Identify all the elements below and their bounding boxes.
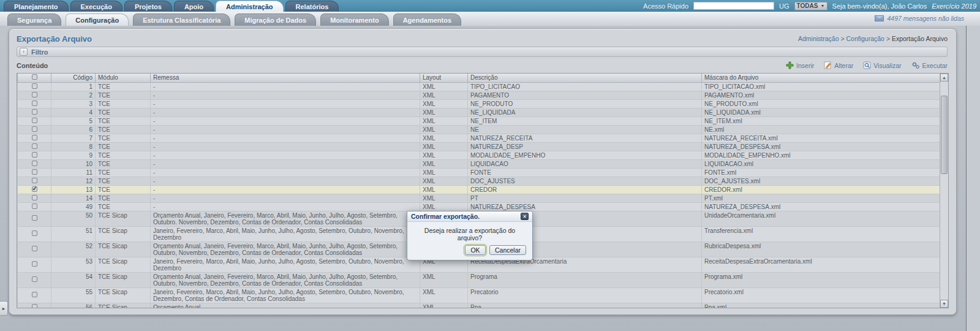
table-row[interactable]: 55TCE SicapJaneiro, Fevereiro, Marco, Ab…: [18, 287, 941, 303]
scrollbar-thumb[interactable]: [941, 96, 948, 174]
row-checkbox[interactable]: [32, 261, 37, 267]
tab-configuracao[interactable]: Configuração: [66, 13, 129, 26]
table-body: 1TCE-XMLTIPO_LICITACAOTIPO_LICITACAO.xml…: [18, 82, 941, 308]
close-icon[interactable]: ✕: [521, 213, 529, 220]
menu-tab-administracao[interactable]: Administração: [216, 1, 283, 12]
unread-messages[interactable]: 4497 mensagens não lidas: [875, 15, 964, 22]
tab-agendamentos[interactable]: Agendamentos: [393, 13, 461, 26]
quick-access-label: Acesso Rápido: [643, 2, 688, 10]
table-row[interactable]: 11TCE-XMLFONTEFONTE.xml: [18, 168, 941, 177]
tab-estrutura-classificatoria[interactable]: Estrutura Classificatória: [133, 13, 230, 26]
top-menu-bar: PlanejamentoExecuçãoProjetosApoioAdminis…: [0, 0, 980, 12]
scroll-up-icon[interactable]: ▲: [940, 74, 948, 82]
row-checkbox[interactable]: [32, 186, 37, 192]
cell-layout: XML: [420, 194, 468, 202]
select-all-checkbox[interactable]: [32, 74, 37, 80]
insert-button[interactable]: Inserir: [786, 61, 814, 69]
row-checkbox[interactable]: [32, 230, 37, 236]
menu-tab-projetos[interactable]: Projetos: [124, 1, 172, 12]
cell-mascara: LIQUIDACAO.xml: [702, 159, 941, 168]
cell-remessa: -: [151, 99, 420, 108]
filter-section-header[interactable]: › Filtro: [17, 47, 948, 57]
cell-modulo: TCE: [96, 116, 151, 125]
table-row[interactable]: 13TCE-XMLCREDORCREDOR.xml: [18, 185, 941, 194]
cancel-button[interactable]: Cancelar: [489, 245, 526, 255]
table-row[interactable]: 2TCE-XMLPAGAMENTOPAGAMENTO.xml: [18, 91, 941, 99]
quick-access-input[interactable]: [693, 2, 774, 10]
row-checkbox[interactable]: [32, 92, 37, 97]
cell-modulo: TCE: [96, 134, 151, 142]
content-label: Conteúdo: [17, 62, 48, 69]
row-checkbox[interactable]: [32, 126, 37, 132]
row-checkbox[interactable]: [32, 118, 37, 123]
tab-migracao-de-dados[interactable]: Migração de Dados: [235, 13, 316, 26]
breadcrumb-item-configuracao[interactable]: Configuração: [846, 35, 884, 42]
table-row[interactable]: 14TCE-XMLPTPT.xml: [18, 194, 941, 202]
execute-button[interactable]: Executar: [911, 61, 948, 69]
dialog-message: Deseja realizar a exportação do arquivo?: [407, 222, 532, 245]
table-row[interactable]: 6TCE-XMLNENE.xml: [18, 125, 941, 134]
col-header-mascara[interactable]: Máscara do Arquivo: [702, 74, 941, 82]
row-checkbox[interactable]: [32, 204, 37, 209]
tab-seguranca[interactable]: Segurança: [7, 13, 61, 26]
row-checkbox[interactable]: [32, 195, 37, 200]
cell-descricao: Ppa: [468, 303, 702, 308]
row-checkbox[interactable]: [32, 276, 37, 282]
menu-tab-planejamento[interactable]: Planejamento: [4, 1, 69, 12]
view-button[interactable]: Visualizar: [863, 61, 901, 69]
row-checkbox[interactable]: [32, 304, 37, 309]
ug-select[interactable]: TODAS ▼: [794, 2, 827, 10]
cell-remessa: Orçamento Anual, Janeiro, Fevereiro, Mar…: [151, 272, 420, 287]
breadcrumb-item-administracao[interactable]: Administração: [798, 35, 839, 42]
menu-tab-apoio[interactable]: Apoio: [174, 1, 214, 12]
col-header-modulo[interactable]: Módulo: [96, 74, 151, 82]
row-checkbox[interactable]: [32, 246, 37, 251]
table-row[interactable]: 5TCE-XMLNE_ITEMNE_ITEM.xml: [18, 116, 941, 125]
row-checkbox[interactable]: [32, 215, 37, 221]
cell-remessa: -: [151, 177, 420, 185]
vertical-scrollbar[interactable]: ▲ ▼: [940, 74, 948, 308]
row-checkbox[interactable]: [32, 109, 37, 115]
table-row[interactable]: 3TCE-XMLNE_PRODUTONE_PRODUTO.xml: [18, 99, 941, 108]
table-row[interactable]: 12TCE-XMLDOC_AJUSTESDOC_AJUSTES.xml: [18, 177, 941, 185]
row-checkbox[interactable]: [32, 83, 37, 89]
row-checkbox[interactable]: [32, 178, 37, 183]
row-checkbox[interactable]: [32, 292, 37, 297]
window-edge: [966, 26, 980, 331]
ok-button[interactable]: OK: [465, 245, 486, 255]
edit-button[interactable]: Alterar: [824, 61, 853, 69]
table-row[interactable]: 10TCE-XMLLIQUIDACAOLIQUIDACAO.xml: [18, 159, 941, 168]
row-checkbox[interactable]: [32, 101, 37, 106]
scroll-down-icon[interactable]: ▼: [940, 300, 948, 308]
table-row[interactable]: 1TCE-XMLTIPO_LICITACAOTIPO_LICITACAO.xml: [18, 82, 941, 91]
row-checkbox[interactable]: [32, 135, 37, 140]
cell-remessa: -: [151, 134, 420, 142]
dialog-header[interactable]: Confirmar exportação. ✕: [407, 211, 532, 222]
cell-mascara: NATUREZA_DESPESA.xml: [702, 142, 941, 151]
table-row[interactable]: 8TCE-XMLNATUREZA_DESPNATUREZA_DESPESA.xm…: [18, 142, 941, 151]
col-header-remessa[interactable]: Remessa: [151, 74, 420, 82]
menu-tab-execucao[interactable]: Execução: [70, 1, 123, 12]
row-checkbox[interactable]: [32, 152, 37, 158]
expand-filter-icon[interactable]: ›: [20, 48, 28, 56]
tab-monitoramento[interactable]: Monitoramento: [320, 13, 388, 26]
gears-icon: [911, 61, 920, 69]
row-checkbox[interactable]: [32, 161, 37, 166]
menu-tab-relatorios[interactable]: Relatórios: [285, 1, 339, 12]
sidebar-expander[interactable]: ►: [0, 301, 8, 316]
table-row[interactable]: 9TCE-XMLMODALIDADE_EMPENHOMODALIDADE_EMP…: [18, 151, 941, 159]
row-checkbox[interactable]: [32, 143, 37, 149]
table-row[interactable]: 7TCE-XMLNATUREZA_RECEITANATUREZA_RECEITA…: [18, 134, 941, 142]
table-row[interactable]: 49TCE-XMLNATUREZA_DESPESANATUREZA_DESPES…: [18, 202, 941, 211]
row-checkbox[interactable]: [32, 169, 37, 175]
col-header-codigo[interactable]: Código: [51, 74, 96, 82]
col-header-layout[interactable]: Layout: [420, 74, 468, 82]
plus-icon: [786, 61, 794, 69]
execute-button-label: Executar: [922, 62, 948, 69]
col-header-descricao[interactable]: Descrição: [468, 74, 702, 82]
table-row[interactable]: 54TCE SicapOrçamento Anual, Janeiro, Fev…: [18, 272, 941, 287]
table-row[interactable]: 4TCE-XMLNE_LIQUIDADANE_LIQUIDADA.xml: [18, 108, 941, 116]
cell-codigo: 2: [51, 91, 96, 99]
table-row[interactable]: 56TCE SicapOrçamento AnualXMLPpaPpa.xml: [18, 303, 941, 308]
cell-mascara: NE_PRODUTO.xml: [702, 99, 941, 108]
